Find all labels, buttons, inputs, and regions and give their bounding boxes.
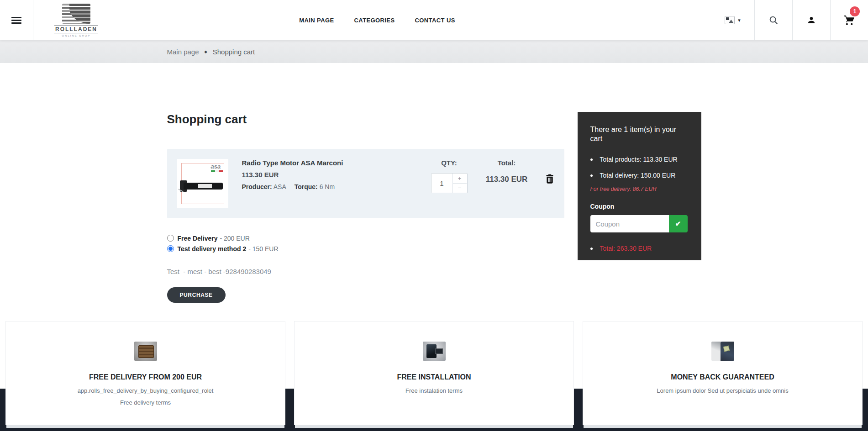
quantity-increase-button[interactable]: + <box>453 174 467 184</box>
cart-note: Test - mest - best -928490283049 <box>167 268 564 275</box>
check-icon: ✔ <box>675 220 681 227</box>
motor-label-graphic <box>198 184 212 188</box>
shop-logo[interactable]: ROLLLADEN ONLINE SHOP <box>54 0 98 40</box>
feature-title: FREE DELIVERY FROM 200 EUR <box>6 373 285 381</box>
cart-count-badge: 1 <box>850 6 860 16</box>
computer-monitor-image <box>423 342 446 361</box>
summary-list: Total products: 113.30 EUR Total deliver… <box>590 156 689 179</box>
radio-free-delivery[interactable] <box>167 235 174 242</box>
shopping-cart-page: ROLLLADEN ONLINE SHOP MAIN PAGE CATEGORI… <box>0 0 868 432</box>
feature-title: FREE INSTALLATION <box>295 373 573 381</box>
delivery-option-test-method-2[interactable]: Test delivery method 2 - 150 EUR <box>167 243 564 254</box>
logo-shutter-icon <box>62 4 90 24</box>
coupon-form: ✔ <box>590 215 689 232</box>
header-icons: ▾ 1 <box>711 0 868 40</box>
chevron-down-icon: ▾ <box>738 17 741 23</box>
nav-categories[interactable]: CATEGORIES <box>354 17 395 24</box>
delivery-option-free-delivery[interactable]: Free Delivery - 200 EUR <box>167 233 564 243</box>
account-button[interactable] <box>792 0 830 40</box>
torque-label: Torque: <box>295 183 318 190</box>
coupon-label: Coupon <box>590 203 689 210</box>
cart-column: asa Radio Type Motor ASA Marconi 113.30 … <box>167 149 564 303</box>
product-info: Radio Type Motor ASA Marconi 113.30 EUR … <box>242 159 431 190</box>
quantity-decrease-button[interactable]: − <box>453 184 467 193</box>
torque-value: 6 Nm <box>320 183 335 190</box>
logo-subtitle: ONLINE SHOP <box>62 34 90 37</box>
asa-brand-logo: asa <box>211 163 223 172</box>
product-price: 113.30 EUR <box>242 171 431 179</box>
menu-button[interactable] <box>0 0 33 40</box>
language-flag-icon <box>725 16 735 24</box>
free-delivery-terms-link[interactable]: Free delivery terms <box>120 399 171 406</box>
purchase-button[interactable]: PURCHASE <box>167 287 226 303</box>
remove-item-button[interactable] <box>545 174 554 185</box>
summary-total-products: Total products: 113.30 EUR <box>590 156 689 163</box>
producer-label: Producer: <box>242 183 272 190</box>
producer-value: ASA <box>274 183 286 190</box>
logo-title: ROLLLADEN <box>54 25 98 33</box>
coupon-input[interactable] <box>590 215 669 232</box>
header: ROLLLADEN ONLINE SHOP MAIN PAGE CATEGORI… <box>0 0 868 40</box>
nav-contact-us[interactable]: CONTACT US <box>415 17 455 24</box>
total-column: Total: 113.30 EUR <box>481 159 532 184</box>
feature-subtitle: Free instalation terms <box>295 387 573 394</box>
product-image[interactable]: asa <box>177 159 228 208</box>
line-total: 113.30 EUR <box>481 175 532 184</box>
quantity-input[interactable] <box>431 174 452 193</box>
delivery-options: Free Delivery - 200 EUR Test delivery me… <box>167 233 564 254</box>
feature-cards: FREE DELIVERY FROM 200 EUR app.rolls_fre… <box>0 321 868 425</box>
product-attributes: Producer: ASA Torque: 6 Nm <box>242 183 431 190</box>
summary-heading: There are 1 item(s) in your cart <box>590 125 682 143</box>
total-label: Total: <box>481 159 532 167</box>
features-section: FREE DELIVERY FROM 200 EUR app.rolls_fre… <box>0 321 868 431</box>
feature-card-free-delivery: FREE DELIVERY FROM 200 EUR app.rolls_fre… <box>5 321 285 425</box>
cart-button[interactable]: 1 <box>830 0 868 40</box>
apply-coupon-button[interactable]: ✔ <box>669 215 688 232</box>
wooden-crate-image <box>134 342 157 361</box>
qty-label: QTY: <box>431 159 468 167</box>
feature-card-free-installation: FREE INSTALLATION Free instalation terms <box>294 321 574 425</box>
feature-card-money-back: MONEY BACK GUARANTEED Lorem ipsum dolor … <box>583 321 863 425</box>
breadcrumb-bar: Main page ◆ Shopping cart <box>0 40 868 63</box>
search-button[interactable] <box>754 0 792 40</box>
main-content: Shopping cart asa Radio Type Motor ASA M… <box>167 63 701 303</box>
diamond-separator-icon: ◆ <box>205 50 207 54</box>
quantity-stepper: + − <box>431 173 468 193</box>
money-pocket-image <box>711 342 734 361</box>
language-selector[interactable]: ▾ <box>711 0 754 40</box>
bullet-icon <box>590 158 593 161</box>
summary-grand-total: Total: 263.30 EUR <box>590 245 689 252</box>
stepper-buttons: + − <box>452 174 467 193</box>
trash-icon <box>545 174 554 184</box>
cart-summary-panel: There are 1 item(s) in your cart Total p… <box>578 112 701 260</box>
nav-main-page[interactable]: MAIN PAGE <box>299 17 334 24</box>
breadcrumb-shopping-cart: Shopping cart <box>213 48 255 56</box>
bullet-icon <box>590 248 593 250</box>
feature-title: MONEY BACK GUARANTEED <box>583 373 862 381</box>
italian-flag-icon <box>211 170 223 172</box>
main-nav: MAIN PAGE CATEGORIES CONTACT US <box>299 0 510 40</box>
user-icon <box>807 16 816 25</box>
summary-total-delivery: Total delivery: 150.00 EUR <box>590 172 689 179</box>
search-icon <box>768 15 779 25</box>
radio-test-delivery-2[interactable] <box>167 245 174 252</box>
feature-subtitle: Lorem ipsum dolor Sed ut perspiciatis un… <box>583 387 862 394</box>
cart-item-row: asa Radio Type Motor ASA Marconi 113.30 … <box>167 149 564 218</box>
bullet-icon <box>590 174 593 177</box>
free-delivery-note: For free delivery: 86.7 EUR <box>590 186 689 192</box>
feature-subtitle: app.rolls_free_delivery_by_buying_config… <box>6 387 285 394</box>
breadcrumb-main-page[interactable]: Main page <box>167 48 199 56</box>
product-name[interactable]: Radio Type Motor ASA Marconi <box>242 159 431 167</box>
quantity-column: QTY: + − <box>431 159 468 193</box>
hamburger-icon <box>11 16 21 25</box>
breadcrumb: Main page ◆ Shopping cart <box>167 48 701 56</box>
